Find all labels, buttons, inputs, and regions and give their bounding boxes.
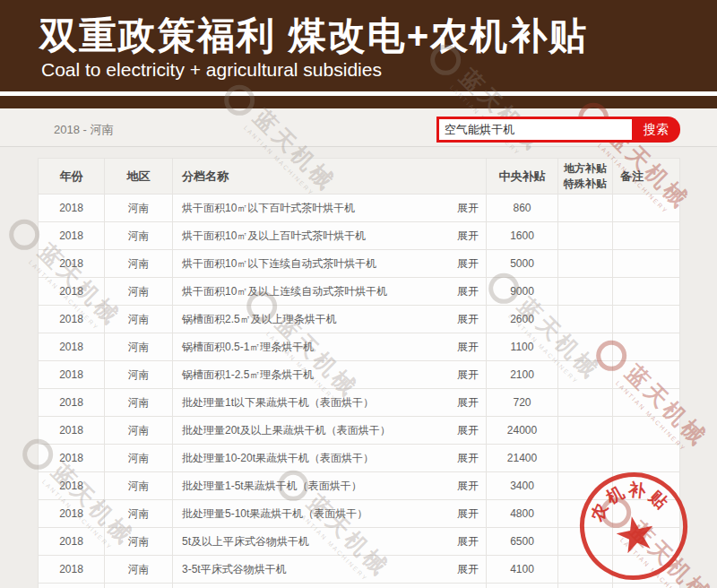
expand-link[interactable]: 展开 [457, 395, 479, 411]
cell-region: 河南 [105, 417, 173, 445]
cell-name: 3-5t平床式谷物烘干机展开 [173, 556, 487, 584]
cell-name: 批处理量5-10t果蔬烘干机（表面烘干）展开 [173, 500, 487, 528]
cell-local-subsidy [558, 278, 613, 306]
expand-link[interactable]: 展开 [457, 368, 479, 383]
cell-year: 2018 [39, 333, 105, 361]
table-row: 2018河南5t及以上平床式谷物烘干机展开6500 [39, 528, 680, 556]
cell-year: 2018 [39, 195, 105, 222]
search-box: 搜索 [436, 117, 680, 143]
search-button[interactable]: 搜索 [632, 117, 680, 143]
table-row: 2018河南烘干面积10㎡及以上百叶式茶叶烘干机展开1600 [39, 222, 680, 250]
expand-link[interactable]: 展开 [457, 284, 479, 299]
cell-central-subsidy: 4800 [487, 500, 558, 528]
cell-remark [613, 361, 680, 389]
cell-local-subsidy [558, 528, 613, 556]
cell-central-subsidy: 860 [487, 195, 558, 222]
cell-remark [613, 556, 680, 584]
table-body: 2018河南烘干面积10㎡以下百叶式茶叶烘干机展开8602018河南烘干面积10… [39, 195, 680, 588]
cell-region: 河南 [105, 389, 173, 417]
cell-central-subsidy: 2600 [487, 306, 558, 333]
expand-link[interactable]: 展开 [457, 423, 479, 438]
product-name: 批处理量5-10t果蔬烘干机（表面烘干） [182, 506, 367, 522]
expand-link[interactable]: 展开 [457, 201, 479, 216]
cell-year: 2018 [39, 278, 105, 306]
cell-region: 河南 [105, 528, 173, 556]
cell-name: 烘干面积10㎡以下连续自动式茶叶烘干机展开 [173, 250, 487, 278]
cell-remark [613, 195, 680, 222]
cell-central-subsidy: 1100 [487, 333, 558, 361]
col-remark: 备注 [613, 159, 680, 195]
cell-region: 河南 [105, 195, 173, 222]
cell-name: 锅槽面积0.5-1㎡理条烘干机展开 [173, 333, 487, 361]
table-row: 2018河南烘干面积10㎡及以上连续自动式茶叶烘干机展开9000 [39, 278, 680, 306]
expand-link[interactable]: 展开 [457, 340, 479, 355]
table-header-row: 年份 地区 分档名称 中央补贴 地方补贴 特殊补贴 备注 [39, 159, 680, 195]
cell-central-subsidy: 2100 [487, 361, 558, 389]
expand-link[interactable]: 展开 [457, 256, 479, 272]
cell-central-subsidy: 5000 [487, 250, 558, 278]
table-row: 2018河南批处理量1-5t果蔬烘干机（表面烘干）展开3400 [39, 472, 680, 500]
table-row: 2018河南烘干面积10㎡以下百叶式茶叶烘干机展开860 [39, 195, 680, 222]
page-title: 双重政策福利 煤改电+农机补贴 [39, 11, 588, 61]
product-name: 批处理量20t及以上果蔬烘干机（表面烘干） [182, 423, 391, 438]
header-banner: 双重政策福利 煤改电+农机补贴 Coal to electricity + ag… [0, 0, 717, 91]
col-central-subsidy: 中央补贴 [487, 159, 558, 195]
cell-remark [613, 500, 680, 528]
cell-remark [613, 417, 680, 445]
search-input[interactable] [439, 119, 632, 140]
cell-region: 河南 [105, 445, 173, 472]
cell-region: 河南 [105, 306, 173, 333]
cell-remark [613, 445, 680, 472]
table-row: 2018河南锅槽面积0.5-1㎡理条烘干机展开1100 [39, 333, 680, 361]
cell-name: 批处理量1t以下果蔬烘干机（表面烘干）展开 [173, 389, 487, 417]
page-subtitle: Coal to electricity + agricultural subsi… [41, 59, 382, 81]
col-region: 地区 [105, 159, 173, 195]
table-row: 2018河南锅槽面积2.5㎡及以上理条烘干机展开2600 [39, 306, 680, 333]
cell-year: 2018 [39, 361, 105, 389]
cell-name: 烘干面积10㎡及以上连续自动式茶叶烘干机展开 [173, 278, 487, 306]
cell-name: 批处理量20t及以上果蔬烘干机（表面烘干）展开 [173, 417, 487, 445]
cell-name: 烘干面积10㎡及以上百叶式茶叶烘干机展开 [173, 222, 487, 250]
product-name: 5t及以上平床式谷物烘干机 [182, 534, 309, 549]
table-row: 2018河南批处理量4t以下循环式谷物烘干机展开4100 [39, 584, 680, 588]
cell-remark [613, 389, 680, 417]
cell-region: 河南 [105, 250, 173, 278]
cell-local-subsidy [558, 361, 613, 389]
expand-link[interactable]: 展开 [457, 312, 479, 327]
header-bottom-strip [0, 96, 717, 108]
expand-link[interactable]: 展开 [457, 451, 479, 466]
expand-link[interactable]: 展开 [457, 562, 479, 577]
cell-local-subsidy [558, 500, 613, 528]
cell-central-subsidy: 24000 [487, 417, 558, 445]
cell-remark [613, 584, 680, 588]
cell-remark [613, 333, 680, 361]
cell-year: 2018 [39, 222, 105, 250]
col-name: 分档名称 [173, 159, 487, 195]
breadcrumb: 2018 - 河南 [54, 122, 113, 138]
cell-local-subsidy [558, 417, 613, 445]
expand-link[interactable]: 展开 [457, 534, 479, 549]
cell-central-subsidy: 9000 [487, 278, 558, 306]
cell-local-subsidy [558, 222, 613, 250]
cell-name: 锅槽面积2.5㎡及以上理条烘干机展开 [173, 306, 487, 333]
expand-link[interactable]: 展开 [457, 479, 479, 494]
cell-central-subsidy: 4100 [487, 556, 558, 584]
product-name: 锅槽面积1-2.5㎡理条烘干机 [182, 368, 314, 383]
cell-central-subsidy: 1600 [487, 222, 558, 250]
cell-region: 河南 [105, 278, 173, 306]
expand-link[interactable]: 展开 [457, 506, 479, 522]
cell-year: 2018 [39, 584, 105, 588]
cell-year: 2018 [39, 445, 105, 472]
product-name: 批处理量1-5t果蔬烘干机（表面烘干） [182, 479, 362, 494]
cell-year: 2018 [39, 556, 105, 584]
product-name: 烘干面积10㎡以下百叶式茶叶烘干机 [182, 201, 355, 216]
table-row: 2018河南批处理量1t以下果蔬烘干机（表面烘干）展开720 [39, 389, 680, 417]
cell-year: 2018 [39, 389, 105, 417]
cell-central-subsidy: 4100 [487, 584, 558, 588]
cell-region: 河南 [105, 333, 173, 361]
expand-link[interactable]: 展开 [457, 229, 479, 244]
cell-name: 烘干面积10㎡以下百叶式茶叶烘干机展开 [173, 195, 487, 222]
cell-remark [613, 250, 680, 278]
product-name: 批处理量1t以下果蔬烘干机（表面烘干） [182, 395, 374, 411]
product-name: 锅槽面积2.5㎡及以上理条烘干机 [182, 312, 337, 327]
